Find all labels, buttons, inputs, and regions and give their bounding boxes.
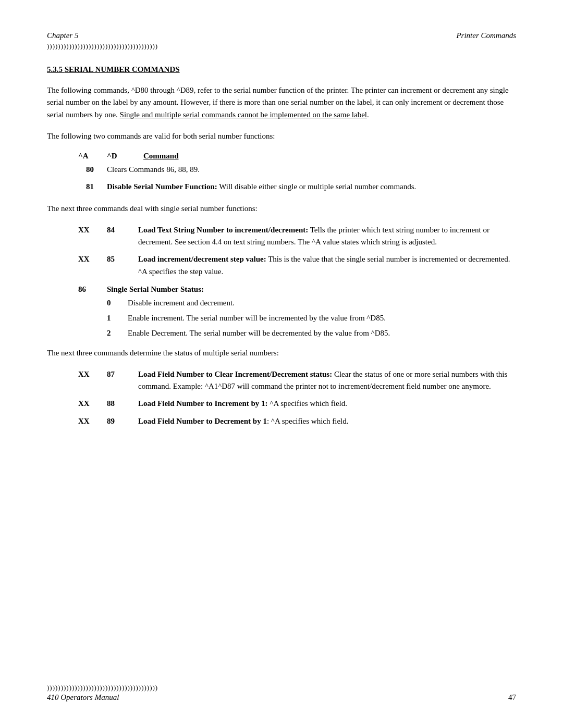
intro-period: .	[367, 110, 369, 119]
status-row-2: 2 Enable Decrement. The serial number wi…	[107, 327, 516, 339]
xx-label-85: XX	[78, 253, 107, 278]
command-block-single: XX 84 Load Text String Number to increme…	[47, 224, 516, 278]
status-row-0: 0 Disable increment and decrement.	[107, 297, 516, 309]
command-header-row: ^A ^D Command	[78, 152, 516, 161]
command-row-80: 80 Clears Commands 86, 88, 89.	[78, 164, 516, 176]
cmd-num-81: 81	[78, 181, 107, 193]
multiple-serial-text: The next three commands determine the st…	[47, 347, 516, 359]
command-row-81: 81 Disable Serial Number Function: Will …	[78, 181, 516, 193]
col-cmd-header: Command	[143, 152, 179, 161]
page: Chapter 5 Printer Commands )))))))))))))…	[0, 0, 563, 728]
desc-85: Load increment/decrement step value: Thi…	[138, 253, 516, 278]
xx-label-88: XX	[78, 398, 107, 410]
status-desc-2-text: Enable Decrement. The serial number will…	[128, 329, 390, 337]
col-a-header: ^A	[78, 152, 107, 161]
status-num-1: 1	[107, 312, 128, 324]
footer-decoration: ))))))))))))))))))))))))))))))))))))))))	[47, 684, 516, 692]
num-84: 84	[107, 224, 138, 249]
status-desc-1: Enable increment. The serial number will…	[128, 312, 516, 324]
command-block-multiple: XX 87 Load Field Number to Clear Increme…	[47, 368, 516, 427]
num-89: 89	[107, 415, 138, 427]
section-title-text: SERIAL NUMBER COMMANDS	[65, 65, 180, 73]
following-text: The following two commands are valid for…	[47, 130, 516, 142]
status-desc-0: Disable increment and decrement.	[128, 297, 516, 309]
desc-84-bold: Load Text String Number to increment/dec…	[138, 226, 308, 234]
command-row-89: XX 89 Load Field Number to Decrement by …	[78, 415, 516, 427]
desc-85-bold: Load increment/decrement step value:	[138, 255, 266, 263]
desc-87-bold: Load Field Number to Clear Increment/Dec…	[138, 370, 332, 378]
page-header: Chapter 5 Printer Commands	[47, 31, 516, 40]
header-decoration: ))))))))))))))))))))))))))))))))))))))))	[47, 42, 516, 51]
status-row-1: 1 Enable increment. The serial number wi…	[107, 312, 516, 324]
footer-manual-label: 410 Operators Manual	[47, 693, 119, 702]
num-85: 85	[107, 253, 138, 278]
command-86-header: 86 Single Serial Number Status:	[47, 285, 516, 294]
desc-89-rest: : ^A specifies which field.	[267, 417, 349, 425]
desc-88: Load Field Number to Increment by 1: ^A …	[138, 398, 516, 410]
cmd-desc-80: Clears Commands 86, 88, 89.	[107, 164, 516, 176]
desc-89: Load Field Number to Decrement by 1: ^A …	[138, 415, 516, 427]
command-row-87: XX 87 Load Field Number to Clear Increme…	[78, 368, 516, 393]
single-serial-text: The next three commands deal with single…	[47, 203, 516, 215]
xx-label-87: XX	[78, 368, 107, 393]
section-label: Printer Commands	[456, 31, 516, 40]
num-88: 88	[107, 398, 138, 410]
intro-paragraph: The following commands, ^D80 through ^D8…	[47, 84, 516, 121]
status-desc-2: Enable Decrement. The serial number will…	[128, 327, 516, 339]
cmd-81-rest: Will disable either single or multiple s…	[217, 182, 417, 191]
cmd-num-80: 80	[78, 164, 107, 176]
command-row-88: XX 88 Load Field Number to Increment by …	[78, 398, 516, 410]
intro-underline: Single and multiple serial commands cann…	[120, 110, 367, 119]
command-row-85: XX 85 Load increment/decrement step valu…	[78, 253, 516, 278]
command-row-84: XX 84 Load Text String Number to increme…	[78, 224, 516, 249]
cmd-81-bold: Disable Serial Number Function:	[107, 182, 217, 191]
section-number: 5.3.5	[47, 65, 63, 73]
footer-row: 410 Operators Manual 47	[47, 693, 516, 702]
num-87: 87	[107, 368, 138, 393]
status-num-0: 0	[107, 297, 128, 309]
cmd-86-num: 86	[78, 285, 107, 294]
cmd-86-title: Single Serial Number Status:	[107, 285, 204, 294]
desc-84: Load Text String Number to increment/dec…	[138, 224, 516, 249]
desc-89-bold: Load Field Number to Decrement by 1	[138, 417, 267, 425]
xx-label-89: XX	[78, 415, 107, 427]
status-num-2: 2	[107, 327, 128, 339]
xx-label-84: XX	[78, 224, 107, 249]
col-d-header: ^D	[107, 152, 143, 161]
desc-88-rest: ^A specifies which field.	[268, 399, 347, 408]
desc-88-bold: Load Field Number to Increment by 1:	[138, 399, 268, 408]
chapter-label: Chapter 5	[47, 31, 78, 40]
page-footer: ))))))))))))))))))))))))))))))))))))))))…	[47, 684, 516, 702]
cmd-desc-81: Disable Serial Number Function: Will dis…	[107, 181, 516, 193]
command-table: ^A ^D Command 80 Clears Commands 86, 88,…	[47, 152, 516, 193]
desc-87: Load Field Number to Clear Increment/Dec…	[138, 368, 516, 393]
footer-page-number: 47	[508, 693, 516, 702]
section-title: 5.3.5 SERIAL NUMBER COMMANDS	[47, 65, 516, 74]
status-list: 0 Disable increment and decrement. 1 Ena…	[47, 297, 516, 340]
